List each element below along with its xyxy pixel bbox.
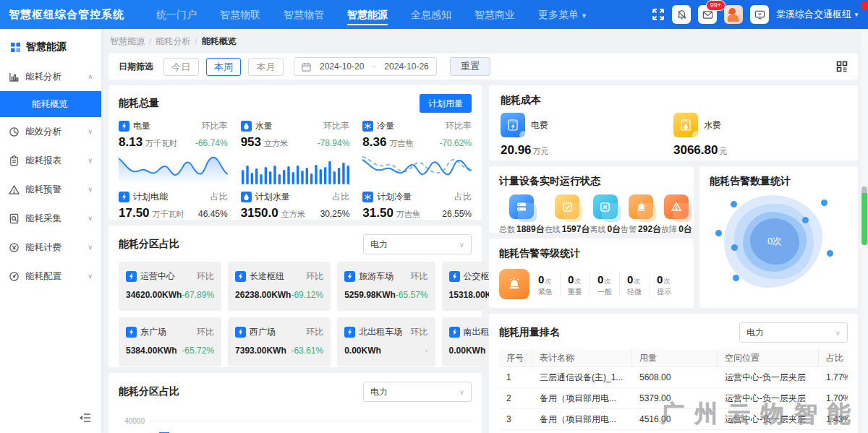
menu-item-business[interactable]: 智慧商业 bbox=[463, 0, 527, 29]
table-row[interactable]: 3 备用（项目部用电... 4516.00 运营中心-负一层夹层 1.43% bbox=[499, 409, 848, 430]
pie-clock-icon bbox=[9, 127, 20, 137]
table-row[interactable]: 2 备用（项目部用电... 5379.00 运营中心-负一层夹层 1.70% bbox=[499, 388, 848, 409]
alarm-levels-title: 能耗告警等级统计 bbox=[499, 247, 580, 259]
screen-button[interactable] bbox=[750, 5, 769, 24]
app-window: 智慧枢纽综合管控系统 统一门户 智慧物联 智慧物管 智慧能源 全息感知 智慧商业… bbox=[0, 0, 868, 433]
sidebar-item-energy-report[interactable]: 能耗报表∨ bbox=[0, 146, 101, 175]
corner-red-tab bbox=[861, 1, 868, 10]
date-range-picker[interactable]: 2024-10-20 - 2024-10-26 bbox=[294, 57, 437, 76]
main-content: 智慧能源/能耗分析/能耗概览 日期筛选 今日 本周 本月 2024-10-20 … bbox=[101, 29, 868, 433]
app-title: 智慧枢纽综合管控系统 bbox=[9, 8, 124, 22]
alarm-level-minor: 0次 轻微 bbox=[619, 272, 649, 297]
org-switcher[interactable]: 棠溪综合交通枢纽▼ bbox=[776, 8, 859, 21]
quick-week-button[interactable]: 本周 bbox=[206, 58, 242, 76]
ranking-card: 能耗用量排名 电力∨ 序号 表计名称 用量 空间位置 占比 bbox=[489, 314, 858, 433]
planned-usage-button[interactable]: 计划用量 bbox=[420, 94, 472, 113]
sidebar-item-efficiency-analysis[interactable]: 能效分析∨ bbox=[0, 117, 101, 146]
menu-item-sensing[interactable]: 全息感知 bbox=[399, 0, 463, 29]
mute-notifications-button[interactable] bbox=[672, 5, 691, 24]
plan-water-icon bbox=[241, 192, 252, 202]
breadcrumb-analysis[interactable]: 能耗分析 bbox=[156, 36, 190, 46]
start-date: 2024-10-20 bbox=[320, 61, 364, 72]
table-row[interactable]: 4 备用_2D607-3 4094.00 运营中心-负一层夹层 1.29% bbox=[499, 430, 848, 433]
zone-chart-title: 能耗分区占比 bbox=[119, 385, 179, 398]
sidebar-item-energy-warning[interactable]: 能耗预警∨ bbox=[0, 175, 101, 204]
zone-chart-card: 能耗分区占比 电力∨ 40000 30000 bbox=[109, 373, 482, 433]
quick-today-button[interactable]: 今日 bbox=[163, 58, 199, 76]
metric-water: 水量 环比率 953 立方米 -78.94% bbox=[241, 120, 350, 187]
table-header-row: 序号 表计名称 用量 空间位置 占比 bbox=[499, 349, 848, 367]
breadcrumb-separator: / bbox=[149, 36, 151, 46]
zone-tile-north-taxi-lot: 北出租车场环比 0.00KWh- bbox=[337, 317, 435, 366]
device-total-icon bbox=[509, 194, 534, 219]
menu-item-iot[interactable]: 智慧物联 bbox=[208, 0, 272, 29]
sidebar-item-energy-collection[interactable]: 能耗采集∨ bbox=[0, 204, 101, 233]
chevron-down-icon: ∨ bbox=[835, 329, 841, 337]
zone-ratio-card: 能耗分区占比 电力∨ 运营中心环比 34620.00KWh-67.89% 长途枢… bbox=[109, 226, 482, 367]
table-row[interactable]: 1 三层通信设备(主)_1... 5608.00 运营中心-负一层夹层 1.77… bbox=[499, 367, 848, 388]
reset-button[interactable]: 重置 bbox=[450, 57, 491, 76]
ranking-table: 序号 表计名称 用量 空间位置 占比 1 三层通信设备(主)_1... 5608… bbox=[499, 349, 848, 433]
alarm-count-card: 能耗告警数量统计 0次 bbox=[699, 166, 858, 308]
sidebar-title: 智慧能源 bbox=[0, 29, 101, 62]
device-fault: 故障0台 bbox=[661, 194, 692, 236]
fullscreen-icon[interactable] bbox=[652, 8, 665, 21]
cooling-lines-sparkline bbox=[362, 153, 472, 184]
electric-fee-icon bbox=[501, 113, 525, 137]
chevron-down-icon: ∨ bbox=[88, 244, 93, 251]
quick-month-button[interactable]: 本月 bbox=[248, 58, 284, 76]
sidebar-collapse-icon[interactable] bbox=[80, 413, 91, 423]
scrollbar-thumb[interactable] bbox=[861, 193, 867, 245]
meter-icon bbox=[449, 327, 460, 338]
date-filter-bar: 日期筛选 今日 本周 本月 2024-10-20 - 2024-10-26 重置 bbox=[109, 53, 858, 80]
sidebar-item-energy-billing[interactable]: 能耗计费∨ bbox=[0, 233, 101, 262]
sidebar-item-energy-overview[interactable]: 能耗概览 bbox=[0, 91, 101, 117]
zone-ratio-title: 能耗分区占比 bbox=[119, 238, 179, 251]
chevron-down-icon: ∨ bbox=[88, 157, 93, 164]
chevron-down-icon: ∨ bbox=[88, 128, 93, 135]
bar-chart-icon bbox=[9, 72, 20, 82]
alarm-level-important: 0次 重要 bbox=[560, 272, 590, 297]
zone-tile-tourist-lot: 旅游车场环比 5259.98KWh-65.57% bbox=[337, 262, 435, 311]
bell-muted-icon bbox=[676, 9, 687, 20]
zone-tile-east-square: 东广场环比 5384.00KWh-65.72% bbox=[119, 317, 221, 366]
device-status-card: 计量设备实时运行状态 总数1889台 在线1597台 bbox=[489, 166, 694, 233]
alarm-level-hint: 0次 提示 bbox=[649, 272, 678, 297]
menu-item-more[interactable]: 更多菜单▼ bbox=[527, 0, 599, 29]
water-meter-icon bbox=[241, 121, 252, 132]
end-date: 2024-10-26 bbox=[384, 61, 428, 72]
energy-type-dropdown[interactable]: 电力∨ bbox=[363, 382, 472, 402]
screen-icon bbox=[754, 9, 765, 20]
breadcrumb-energy[interactable]: 智慧能源 bbox=[110, 36, 145, 46]
menu-item-portal[interactable]: 统一门户 bbox=[145, 0, 208, 29]
bubble-dot bbox=[731, 201, 737, 207]
alarm-count-value: 0次 bbox=[767, 235, 782, 248]
alarm-level-general: 0次 一般 bbox=[590, 272, 619, 297]
device-offline: 离线0台 bbox=[590, 194, 621, 236]
device-online: 在线1597台 bbox=[545, 194, 590, 236]
meter-icon bbox=[344, 327, 355, 338]
bubble-dot bbox=[827, 250, 833, 257]
energy-type-dropdown[interactable]: 电力∨ bbox=[363, 234, 472, 254]
zone-tile-operations-center: 运营中心环比 34620.00KWh-67.89% bbox=[119, 262, 221, 311]
energy-type-dropdown[interactable]: 电力∨ bbox=[739, 322, 848, 343]
zone-tile-west-square: 西广场环比 7393.00KWh-63.61% bbox=[228, 317, 331, 366]
chevron-down-icon: ∨ bbox=[88, 186, 93, 193]
avatar[interactable] bbox=[724, 5, 743, 24]
menu-item-energy[interactable]: 智慧能源 bbox=[336, 0, 399, 29]
electric-meter-icon bbox=[119, 121, 129, 132]
device-fault-icon bbox=[664, 194, 689, 219]
sidebar-item-energy-analysis[interactable]: 能耗分析∧ bbox=[0, 62, 101, 91]
topbar-actions: 99+ 棠溪综合交通枢纽▼ bbox=[652, 5, 859, 24]
meter-icon bbox=[344, 271, 355, 282]
date-separator: - bbox=[373, 61, 375, 72]
sidebar-item-energy-config[interactable]: 能耗配置∨ bbox=[0, 262, 101, 291]
layout-grid-icon[interactable] bbox=[836, 61, 848, 72]
electricity-sparkline bbox=[119, 153, 228, 184]
menu-item-property[interactable]: 智慧物管 bbox=[272, 0, 336, 29]
cost-name: 水费 bbox=[704, 119, 721, 132]
chevron-down-icon: ∨ bbox=[459, 388, 464, 396]
calendar-icon bbox=[302, 62, 311, 72]
ranking-title: 能耗用量排名 bbox=[499, 326, 560, 339]
messages-button[interactable]: 99+ bbox=[698, 5, 717, 24]
